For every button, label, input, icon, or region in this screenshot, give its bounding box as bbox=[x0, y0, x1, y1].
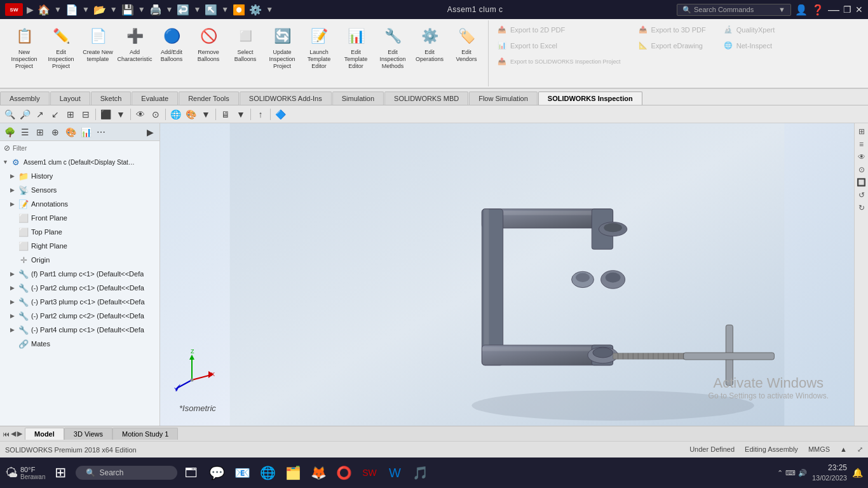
sidebar-nav-target-icon[interactable]: ⊕ bbox=[48, 125, 62, 139]
tab-simulation[interactable]: Simulation bbox=[332, 92, 384, 105]
sidebar-nav-scene-icon[interactable]: 📊 bbox=[79, 125, 93, 139]
secondary-drop1-icon[interactable]: ▼ bbox=[199, 107, 213, 121]
secondary-zoom-icon[interactable]: 🔍 bbox=[3, 107, 17, 121]
tree-item-sensors[interactable]: ▶ 📡 Sensors bbox=[0, 183, 159, 197]
taskbar-word-icon[interactable]: W bbox=[383, 461, 406, 484]
tab-3d-views[interactable]: 3D Views bbox=[64, 428, 112, 440]
start-button[interactable]: ⊞ bbox=[48, 460, 73, 485]
taskbar-app-icon[interactable]: 🎵 bbox=[409, 461, 431, 484]
print-icon[interactable]: 🖨️ bbox=[149, 4, 162, 16]
create-template-btn[interactable]: 📄 Create New template bbox=[80, 23, 116, 80]
search-dropdown-icon[interactable]: ▼ bbox=[778, 6, 785, 13]
secondary-display-icon[interactable]: 🖥 bbox=[219, 107, 233, 121]
nav-forward-icon[interactable]: ▶ bbox=[27, 4, 34, 15]
rp-icon-5[interactable]: 🔲 bbox=[856, 177, 867, 188]
tab-model[interactable]: Model bbox=[25, 428, 64, 440]
notification-icon[interactable]: 🔔 bbox=[852, 468, 863, 478]
taskbar-opera-icon[interactable]: ⭕ bbox=[332, 461, 355, 484]
taskbar-search[interactable]: 🔍 Search bbox=[76, 466, 177, 480]
secondary-up-icon[interactable]: ↑ bbox=[254, 107, 268, 121]
launch-template-btn[interactable]: 📝 Launch Template Editor bbox=[301, 23, 337, 80]
taskbar-edge-icon[interactable]: 🌐 bbox=[256, 461, 279, 484]
option2-dropdown-icon[interactable]: ▼ bbox=[266, 5, 273, 14]
tree-item-part3[interactable]: ▶ 🔧 (-) Part3 plump c<1> (Default<<Defa bbox=[0, 295, 159, 309]
sys-icon-1[interactable]: ⌃ bbox=[777, 469, 783, 477]
restore-btn[interactable]: ❐ bbox=[843, 4, 851, 15]
add-edit-balloons-btn[interactable]: 🔵 Add/Edit Balloons bbox=[154, 23, 189, 80]
secondary-view-icon[interactable]: 👁 bbox=[133, 107, 147, 121]
select-balloons-btn[interactable]: ◻️ Select Balloons bbox=[227, 23, 263, 80]
tree-root-item[interactable]: ▼ ⚙ Assem1 clum c (Default<Display State… bbox=[0, 155, 159, 169]
tree-item-top-plane[interactable]: ⬜ Top Plane bbox=[0, 225, 159, 239]
taskbar-solidworks-icon[interactable]: SW bbox=[358, 461, 381, 484]
save-icon[interactable]: 💾 bbox=[121, 4, 134, 16]
sidebar-nav-properties-icon[interactable]: ☰ bbox=[18, 125, 32, 139]
rp-icon-7[interactable]: ↻ bbox=[856, 202, 867, 214]
open-doc-icon[interactable]: 📂 bbox=[93, 4, 106, 16]
add-characteristic-btn[interactable]: ➕ Add Characteristic bbox=[117, 23, 153, 80]
secondary-view2-icon[interactable]: ⊙ bbox=[149, 107, 163, 121]
rp-icon-2[interactable]: ≡ bbox=[856, 139, 867, 150]
tree-item-origin[interactable]: ✛ Origin bbox=[0, 253, 159, 267]
secondary-zoom2-icon[interactable]: 🔎 bbox=[18, 107, 32, 121]
task-view-btn[interactable]: 🗔 bbox=[180, 461, 203, 484]
edit-inspection-project-btn[interactable]: ✏️ Edit Inspection Project bbox=[43, 23, 79, 80]
select-dropdown-icon[interactable]: ▼ bbox=[221, 5, 229, 14]
sidebar-nav-config-icon[interactable]: ⊞ bbox=[33, 125, 47, 139]
close-btn[interactable]: ✕ bbox=[855, 4, 863, 15]
speaker-icon[interactable]: 🔊 bbox=[798, 469, 807, 477]
sidebar-nav-more-icon[interactable]: ⋯ bbox=[94, 125, 108, 139]
tree-item-part4[interactable]: ▶ 🔧 (-) Part4 clump c<1> (Default<<Defa bbox=[0, 323, 159, 337]
rp-icon-3[interactable]: 👁 bbox=[856, 151, 867, 163]
tree-item-right-plane[interactable]: ⬜ Right Plane bbox=[0, 239, 159, 253]
tab-inspection[interactable]: SOLIDWORKS Inspection bbox=[538, 92, 642, 105]
taskbar-mail-icon[interactable]: 📧 bbox=[231, 461, 254, 484]
rp-icon-4[interactable]: ⊙ bbox=[856, 164, 867, 175]
units-arrow[interactable]: ▲ bbox=[840, 445, 847, 454]
secondary-cube-icon[interactable]: ⬛ bbox=[98, 107, 112, 121]
secondary-dropdown-icon[interactable]: ▼ bbox=[114, 107, 128, 121]
nav-prev-icon[interactable]: ◀ bbox=[11, 430, 16, 438]
secondary-select2-icon[interactable]: ↙ bbox=[48, 107, 62, 121]
tree-item-annotations[interactable]: ▶ 📝 Annotations bbox=[0, 197, 159, 211]
secondary-shading-icon[interactable]: 🌐 bbox=[168, 107, 182, 121]
home-icon[interactable]: 🏠 bbox=[37, 4, 50, 16]
secondary-select-icon[interactable]: ↗ bbox=[33, 107, 47, 121]
rp-icon-6[interactable]: ↺ bbox=[856, 189, 867, 201]
edit-operations-btn[interactable]: ⚙️ Edit Operations bbox=[412, 23, 447, 80]
print-dropdown-icon[interactable]: ▼ bbox=[166, 5, 173, 14]
tab-mbd[interactable]: SOLIDWORKS MBD bbox=[384, 92, 468, 105]
new-doc-icon[interactable]: 📄 bbox=[65, 4, 78, 16]
tab-sketch[interactable]: Sketch bbox=[91, 92, 132, 105]
taskbar-teams-icon[interactable]: 💬 bbox=[205, 461, 228, 484]
option1-icon[interactable]: ⏺️ bbox=[233, 4, 245, 16]
option2-icon[interactable]: ⚙️ bbox=[249, 4, 262, 16]
nav-next-icon[interactable]: ▶ bbox=[17, 430, 22, 438]
tree-item-part1[interactable]: ▶ 🔧 (f) Part1 clump c<1> (Default<<Defa bbox=[0, 267, 159, 281]
tree-item-history[interactable]: ▶ 📁 History bbox=[0, 169, 159, 183]
undo-icon[interactable]: ↩️ bbox=[177, 4, 189, 16]
undo-dropdown-icon[interactable]: ▼ bbox=[193, 5, 201, 14]
tab-evaluate[interactable]: Evaluate bbox=[132, 92, 178, 105]
edit-template-btn[interactable]: 📊 Edit Template Editor bbox=[338, 23, 374, 80]
new-inspection-project-btn[interactable]: 📋 New Inspection Project bbox=[6, 23, 42, 80]
tab-flow[interactable]: Flow Simulation bbox=[469, 92, 538, 105]
resize-icon[interactable]: ⤢ bbox=[857, 445, 863, 454]
sidebar-nav-expand-icon[interactable]: ▶ bbox=[143, 125, 157, 139]
sidebar-nav-feature-icon[interactable]: 🌳 bbox=[3, 125, 17, 139]
secondary-filter-icon[interactable]: ⊟ bbox=[79, 107, 93, 121]
minimize-btn[interactable]: — bbox=[828, 3, 839, 17]
search-box[interactable]: 🔍 Search Commands ▼ bbox=[677, 4, 791, 16]
tree-item-part2[interactable]: ▶ 🔧 (-) Part2 clump c<1> (Default<<Defa bbox=[0, 281, 159, 295]
tree-item-front-plane[interactable]: ⬜ Front Plane bbox=[0, 211, 159, 225]
tab-assembly[interactable]: Assembly bbox=[0, 92, 50, 105]
home-dropdown-icon[interactable]: ▼ bbox=[54, 5, 62, 14]
edit-vendors-btn[interactable]: 🏷️ Edit Vendors bbox=[449, 23, 484, 80]
tree-item-part2b[interactable]: ▶ 🔧 (-) Part2 clump c<2> (Default<<Defa bbox=[0, 309, 159, 323]
viewport[interactable]: *Isometric Activate Windows Go to Settin… bbox=[160, 123, 854, 426]
sidebar-nav-appearance-icon[interactable]: 🎨 bbox=[64, 125, 78, 139]
tab-layout[interactable]: Layout bbox=[50, 92, 90, 105]
tree-item-mates[interactable]: 🔗 Mates bbox=[0, 337, 159, 351]
rp-icon-1[interactable]: ⊞ bbox=[856, 126, 867, 137]
secondary-color-icon[interactable]: 🎨 bbox=[184, 107, 198, 121]
